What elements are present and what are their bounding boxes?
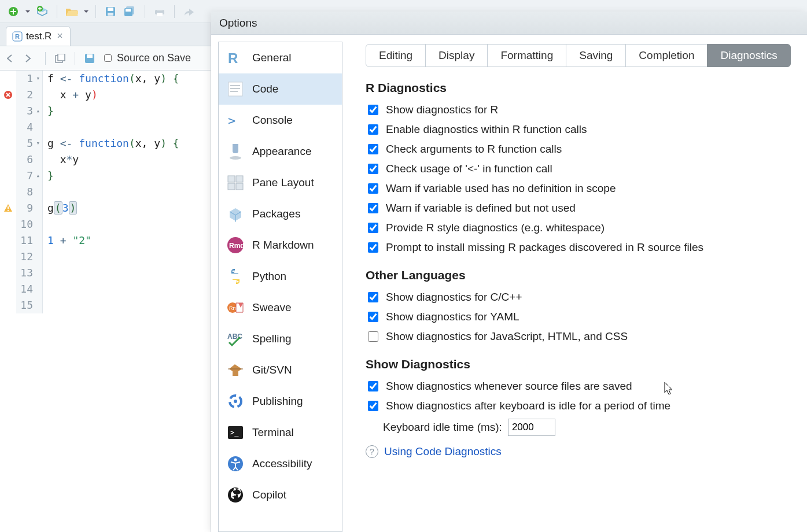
code-line[interactable]: 1 + "2": [47, 232, 179, 249]
r-diag-enable-in-calls-checkbox[interactable]: [368, 124, 378, 135]
code-line[interactable]: [47, 249, 179, 265]
code-line[interactable]: [47, 119, 179, 135]
code-line[interactable]: g(3): [47, 200, 179, 216]
r-diag-show-r-checkbox[interactable]: [368, 105, 378, 115]
idle-time-input[interactable]: [508, 419, 555, 436]
tab-editing[interactable]: Editing: [366, 44, 426, 67]
line-number[interactable]: 4: [16, 119, 40, 135]
show-in-new-window-icon[interactable]: [54, 52, 67, 65]
other-lang-yaml[interactable]: Show diagnostics for YAML: [366, 310, 793, 324]
goto-icon[interactable]: [182, 4, 197, 19]
code-line[interactable]: [47, 265, 179, 281]
line-number[interactable]: 6: [16, 152, 40, 168]
show-diag-on-save[interactable]: Show diagnostics whenever source files a…: [366, 379, 793, 393]
r-diag-check-args-checkbox[interactable]: [368, 144, 378, 154]
code-line[interactable]: x*y: [47, 152, 179, 168]
sidebar-item-copilot[interactable]: Copilot: [219, 479, 342, 511]
help-link-row[interactable]: ? Using Code Diagnostics: [366, 445, 793, 458]
line-number[interactable]: 14: [16, 281, 40, 297]
r-diag-check-args[interactable]: Check arguments to R function calls: [366, 142, 793, 156]
gutter-marker: [0, 152, 16, 168]
other-lang-yaml-checkbox[interactable]: [368, 312, 378, 322]
code-line[interactable]: }: [47, 103, 179, 119]
r-diag-show-r[interactable]: Show diagnostics for R: [366, 103, 793, 117]
line-number[interactable]: 1▾: [16, 71, 40, 87]
sidebar-item-terminal[interactable]: >_Terminal: [219, 417, 342, 448]
show-diag-on-save-checkbox[interactable]: [368, 381, 378, 391]
tab-completion[interactable]: Completion: [625, 44, 707, 67]
r-diag-warn-unused-checkbox[interactable]: [368, 203, 378, 213]
line-number[interactable]: 12: [16, 249, 40, 265]
new-file-dropdown[interactable]: [25, 9, 30, 14]
help-link[interactable]: Using Code Diagnostics: [384, 445, 502, 458]
r-diag-check-assign[interactable]: Check usage of '<-' in function call: [366, 162, 793, 176]
other-lang-cpp-checkbox[interactable]: [368, 292, 378, 302]
sidebar-item-general[interactable]: RGeneral: [219, 42, 342, 73]
tab-diagnostics[interactable]: Diagnostics: [707, 44, 790, 67]
sidebar-item-pane-layout[interactable]: Pane Layout: [219, 167, 342, 198]
back-icon[interactable]: [6, 52, 19, 65]
line-number[interactable]: 13: [16, 265, 40, 281]
line-number[interactable]: 11: [16, 232, 40, 249]
options-content: EditingDisplayFormattingSavingCompletion…: [342, 35, 807, 532]
sidebar-item-spelling[interactable]: ABCSpelling: [219, 323, 342, 354]
line-number[interactable]: 8: [16, 184, 40, 200]
r-diag-style[interactable]: Provide R style diagnostics (e.g. whites…: [366, 221, 793, 235]
new-project-icon[interactable]: [35, 4, 50, 19]
tab-display[interactable]: Display: [425, 44, 488, 67]
code-line[interactable]: [47, 216, 179, 232]
r-diag-warn-unused[interactable]: Warn if variable is defined but not used: [366, 201, 793, 215]
open-file-icon[interactable]: [64, 4, 79, 19]
sidebar-item-code[interactable]: Code: [219, 73, 342, 105]
line-number[interactable]: 5▾: [16, 135, 40, 152]
code-editor[interactable]: 1▾23▴45▾67▴89101112131415 f <- function(…: [0, 71, 211, 313]
show-diag-on-idle[interactable]: Show diagnostics after keyboard is idle …: [366, 399, 793, 413]
sidebar-item-python[interactable]: Python: [219, 261, 342, 292]
r-diag-warn-undef[interactable]: Warn if variable used has no definition …: [366, 182, 793, 195]
forward-icon[interactable]: [24, 52, 37, 65]
close-tab-icon[interactable]: ×: [55, 30, 64, 42]
sidebar-item-publishing[interactable]: Publishing: [219, 386, 342, 417]
sidebar-item-console[interactable]: >Console: [219, 105, 342, 136]
line-number[interactable]: 7▴: [16, 168, 40, 184]
show-diag-on-idle-checkbox[interactable]: [368, 401, 378, 411]
code-line[interactable]: g <- function(x, y) {: [47, 135, 179, 152]
source-on-save-input[interactable]: [104, 54, 112, 62]
r-diag-style-checkbox[interactable]: [368, 223, 378, 233]
other-lang-cpp[interactable]: Show diagnostics for C/C++: [366, 290, 793, 304]
r-diag-install-missing-checkbox[interactable]: [368, 242, 378, 253]
other-lang-web[interactable]: Show diagnostics for JavaScript, HTML, a…: [366, 330, 793, 343]
code-line[interactable]: }: [47, 168, 179, 184]
code-line[interactable]: x + y): [47, 87, 179, 103]
sidebar-item-packages[interactable]: Packages: [219, 198, 342, 230]
sidebar-item-appearance[interactable]: Appearance: [219, 136, 342, 167]
sidebar-item-rmarkdown[interactable]: RmdR Markdown: [219, 230, 342, 261]
line-number[interactable]: 3▴: [16, 103, 40, 119]
sidebar-item-accessibility[interactable]: Accessibility: [219, 448, 342, 479]
r-diag-check-assign-checkbox[interactable]: [368, 164, 378, 174]
line-number[interactable]: 9: [16, 200, 40, 216]
save-icon[interactable]: [103, 4, 118, 19]
print-icon[interactable]: [152, 4, 167, 19]
code-line[interactable]: [47, 281, 179, 297]
tab-formatting[interactable]: Formatting: [487, 44, 566, 67]
r-diag-warn-undef-checkbox[interactable]: [368, 183, 378, 194]
r-diag-enable-in-calls[interactable]: Enable diagnostics within R function cal…: [366, 123, 793, 136]
open-file-dropdown[interactable]: [84, 9, 89, 14]
source-on-save-checkbox[interactable]: Source on Save: [102, 52, 191, 64]
code-line[interactable]: [47, 297, 179, 313]
code-line[interactable]: f <- function(x, y) {: [47, 71, 179, 87]
save-file-icon[interactable]: [83, 52, 96, 65]
line-number[interactable]: 10: [16, 216, 40, 232]
save-all-icon[interactable]: [123, 4, 138, 19]
new-file-icon[interactable]: [6, 4, 21, 19]
tab-saving[interactable]: Saving: [566, 44, 626, 67]
line-number[interactable]: 15: [16, 297, 40, 313]
code-line[interactable]: [47, 184, 179, 200]
sidebar-item-git-svn[interactable]: Git/SVN: [219, 354, 342, 386]
line-number[interactable]: 2: [16, 87, 40, 103]
file-tab[interactable]: R test.R ×: [6, 26, 71, 46]
r-diag-install-missing[interactable]: Prompt to install missing R packages dis…: [366, 241, 793, 254]
other-lang-web-checkbox[interactable]: [368, 331, 378, 342]
sidebar-item-sweave[interactable]: RnwSweave: [219, 292, 342, 323]
